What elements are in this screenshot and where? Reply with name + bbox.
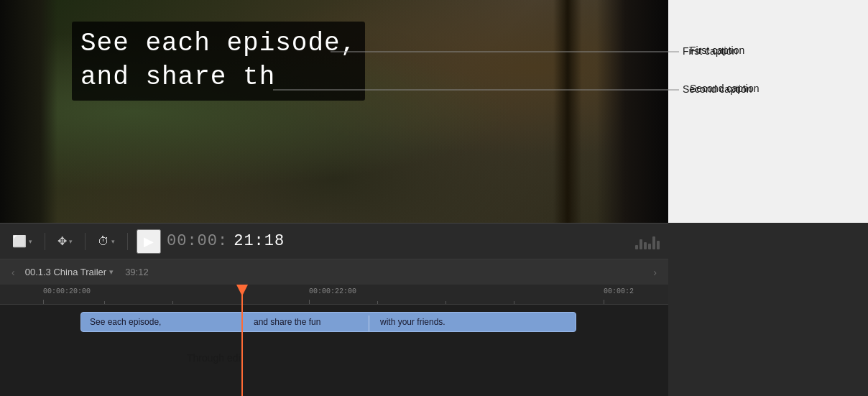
clip-dropdown-icon[interactable]: ▾ — [109, 267, 114, 277]
tree-right-decoration — [596, 0, 668, 223]
tree-left-decoration — [0, 0, 57, 223]
ruler-mark-20s: 00:00:20:00 — [43, 287, 91, 295]
ruler-tick-20s — [43, 300, 44, 304]
timecode-active: 21:18 — [234, 232, 285, 250]
right-panel — [668, 223, 868, 396]
transform-tool-button[interactable]: ✥ ▾ — [54, 232, 76, 250]
ruler-minor-tick-1 — [104, 301, 105, 304]
nav-next-button[interactable]: › — [649, 265, 661, 280]
first-caption-text-label: First caption — [690, 45, 744, 56]
audio-levels — [635, 234, 660, 249]
ruler-minor-tick-2 — [172, 301, 173, 304]
speed-icon: ⏱ — [98, 235, 109, 248]
caption-divider-2 — [369, 316, 369, 332]
level-bar-1 — [635, 245, 638, 249]
caption-line-1: See each episode, — [80, 27, 356, 61]
level-bar-3 — [644, 242, 647, 249]
clip-name-text: 00.1.3 China Trailer — [25, 267, 106, 277]
crop-icon: ⬜ — [12, 234, 27, 248]
nav-prev-button[interactable]: ‹ — [7, 265, 19, 280]
timeline-ruler: 00:00:20:00 00:00:22:00 00:00:2 — [0, 285, 668, 305]
toolbar-sep-1 — [45, 233, 45, 250]
ruler-minor-tick-5 — [514, 301, 514, 304]
timecode-inactive: 00:00: — [167, 232, 228, 250]
video-player: See each episode, and share th — [0, 0, 668, 223]
ruler-tick-24s — [604, 300, 604, 304]
transform-chevron-icon: ▾ — [69, 238, 73, 245]
caption-block-full[interactable]: See each episode, and share the fun with… — [80, 312, 576, 332]
ruler-mark-22s: 00:00:22:00 — [309, 287, 356, 295]
crop-chevron-icon: ▾ — [29, 238, 32, 245]
timeline[interactable]: 00:00:20:00 00:00:22:00 00:00:2 See each… — [0, 285, 668, 396]
ruler-minor-tick-4 — [445, 301, 446, 304]
toolbar-right — [635, 234, 660, 249]
level-bar-6 — [657, 241, 660, 249]
through-edit-label: Through edit — [187, 352, 244, 364]
crop-tool-button[interactable]: ⬜ ▾ — [9, 232, 36, 250]
caption-segment-2: and share the fun — [248, 317, 326, 327]
playhead[interactable] — [241, 285, 243, 396]
transform-icon: ✥ — [57, 234, 67, 248]
speed-tool-button[interactable]: ⏱ ▾ — [94, 233, 119, 250]
caption-track[interactable]: See each episode, and share the fun with… — [0, 309, 668, 335]
clip-duration: 39:12 — [125, 267, 149, 277]
caption-line-2: and share th — [80, 61, 356, 95]
clip-name: 00.1.3 China Trailer ▾ — [25, 267, 114, 277]
caption-overlay: See each episode, and share th — [72, 22, 365, 101]
ruler-tick-22s — [309, 300, 310, 304]
level-bar-2 — [640, 239, 642, 249]
level-bar-5 — [652, 236, 655, 249]
speed-chevron-icon: ▾ — [111, 238, 115, 245]
play-button[interactable]: ▶ — [137, 229, 161, 254]
annotation-panel — [668, 0, 868, 223]
toolbar-sep-3 — [127, 233, 128, 250]
ruler-minor-tick-3 — [377, 301, 378, 304]
tree-mid-decoration — [553, 0, 582, 223]
caption-segment-1: See each episode, — [84, 317, 167, 327]
toolbar-sep-2 — [85, 233, 86, 250]
level-bar-4 — [648, 244, 651, 249]
clip-nav-bar: ‹ 00.1.3 China Trailer ▾ 39:12 › — [0, 259, 668, 285]
ruler-mark-24s: 00:00:2 — [604, 287, 634, 295]
caption-segment-3: with your friends. — [374, 317, 451, 327]
second-caption-text-label: Second caption — [690, 83, 760, 94]
toolbar: ⬜ ▾ ✥ ▾ ⏱ ▾ ▶ 00:00:21:18 — [0, 223, 668, 259]
